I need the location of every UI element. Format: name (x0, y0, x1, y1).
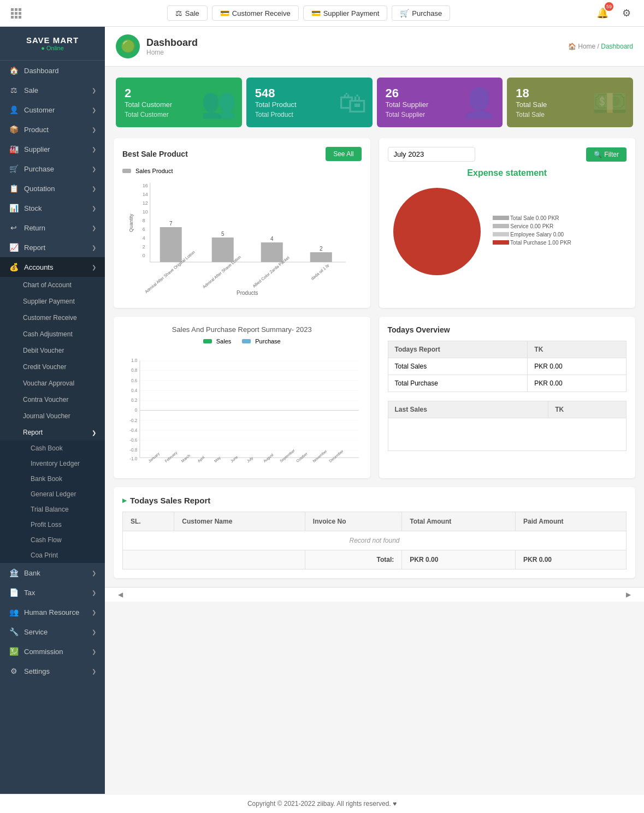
report-submenu: Cash Book Inventory Ledger Bank Book Gen… (0, 441, 105, 563)
bar-1 (160, 227, 182, 262)
bar-4 (310, 252, 332, 262)
sub-cash-flow[interactable]: Cash Flow (0, 532, 105, 548)
submenu-contra-voucher[interactable]: Contra Voucher (0, 391, 105, 408)
sidebar-item-settings[interactable]: ⚙ Settings ❯ (0, 661, 105, 681)
svg-text:8: 8 (143, 218, 145, 223)
sidebar-item-dashboard[interactable]: 🏠 Dashboard (0, 61, 105, 80)
last-sales-table: Last Sales TK (388, 401, 627, 451)
main-layout: SAVE MART Online 🏠 Dashboard ⚖ Sale ❯ 👤 (0, 27, 644, 794)
sidebar-item-report[interactable]: 📈 Report ❯ (0, 238, 105, 257)
sidebar-item-purchase[interactable]: 🛒 Purchase ❯ (0, 159, 105, 179)
report-icon: 📈 (9, 243, 19, 252)
total-row: Total: PKR 0.00 PKR 0.00 (123, 550, 627, 569)
svg-rect-24 (493, 232, 509, 236)
breadcrumb-home[interactable]: 🏠 Home (568, 43, 595, 50)
todays-overview-title: Todays Overview (388, 325, 627, 334)
supplier-payment-icon: 💳 (311, 9, 321, 17)
grid-icon[interactable] (9, 6, 23, 21)
legend-employee-salary: Employee Salary 0.00 (493, 232, 571, 238)
submenu-debit-voucher[interactable]: Debit Voucher (0, 342, 105, 359)
submenu-journal-voucher[interactable]: Journal Voucher (0, 408, 105, 424)
svg-text:2: 2 (320, 246, 323, 252)
svg-text:14: 14 (143, 192, 148, 197)
sidebar-item-supplier[interactable]: 🏭 Supplier ❯ (0, 139, 105, 159)
sidebar-item-commission[interactable]: 💹 Commission ❯ (0, 642, 105, 661)
svg-text:0.6: 0.6 (131, 378, 138, 383)
svg-text:February: February (164, 450, 179, 464)
see-all-button[interactable]: See All (326, 147, 361, 161)
sub-bank-book[interactable]: Bank Book (0, 471, 105, 486)
submenu-chart-of-account[interactable]: Chart of Account (0, 277, 105, 293)
overview-col-report: Todays Report (388, 341, 528, 358)
settings-icon[interactable]: ⚙ (618, 4, 635, 22)
breadcrumb: 🏠 Home / Dashboard (568, 43, 633, 50)
submenu-vouchar-approval[interactable]: Vouchar Approval (0, 375, 105, 391)
todays-sales-report-card: Todays Sales Report SL. Customer Name In… (114, 487, 635, 578)
sidebar-item-hr[interactable]: 👥 Human Resource ❯ (0, 602, 105, 622)
chevron-right-icon: ❯ (92, 146, 96, 152)
pie-legend: Total Sale 0.00 PKR Service 0.00 PKR Emp… (493, 215, 571, 248)
sidebar-item-quotation[interactable]: 📋 Quotation ❯ (0, 179, 105, 198)
submenu-report[interactable]: Report❯ (0, 424, 105, 441)
sub-profit-loss[interactable]: Profit Loss (0, 517, 105, 532)
expense-statement-card: 🔍 Filter Expense statement Total Sale 0.… (379, 138, 636, 308)
scroll-left-arrow[interactable]: ◀ (114, 590, 127, 600)
submenu-cash-adjustment[interactable]: Cash Adjustment (0, 326, 105, 342)
col-customer-name: Customer Name (174, 512, 305, 531)
month-filter-input[interactable] (388, 147, 475, 162)
svg-text:June: June (230, 455, 239, 463)
overview-col-tk: TK (528, 341, 627, 358)
paid-amount: PKR 0.00 (516, 550, 627, 569)
purchase-nav-button[interactable]: 🛒 Purchase (392, 5, 450, 21)
chevron-right-icon: ❯ (92, 609, 96, 615)
col-invoice-no: Invoice No (305, 512, 401, 531)
chevron-right-icon: ❯ (92, 245, 96, 251)
dashboard-row-2: Sales And Purchase Report Summary- 2023 … (105, 317, 644, 487)
submenu-credit-voucher[interactable]: Credit Voucher (0, 359, 105, 375)
sub-inventory-ledger[interactable]: Inventory Ledger (0, 456, 105, 471)
bar-2 (212, 238, 234, 262)
sidebar-item-tax[interactable]: 📄 Tax ❯ (0, 583, 105, 602)
scroll-right-arrow[interactable]: ▶ (622, 590, 635, 600)
customer-receive-icon: 💳 (220, 9, 229, 17)
chevron-right-icon: ❯ (92, 649, 96, 655)
submenu-customer-receive[interactable]: Customer Receive (0, 310, 105, 326)
stock-icon: 📊 (9, 204, 19, 212)
sub-general-ledger[interactable]: General Ledger (0, 486, 105, 502)
sidebar-item-sale[interactable]: ⚖ Sale ❯ (0, 80, 105, 100)
submenu-supplier-payment[interactable]: Supplier Payment (0, 293, 105, 310)
sidebar-item-customer[interactable]: 👤 Customer ❯ (0, 100, 105, 120)
sidebar-item-stock[interactable]: 📊 Stock ❯ (0, 198, 105, 218)
last-sales-header: Last Sales (388, 401, 548, 418)
sub-coa-print[interactable]: Coa Print (0, 548, 105, 563)
sidebar-item-product[interactable]: 📦 Product ❯ (0, 120, 105, 139)
svg-text:May: May (214, 455, 222, 464)
filter-button[interactable]: 🔍 Filter (586, 147, 627, 162)
svg-text:March: March (180, 453, 191, 463)
sidebar-item-service[interactable]: 🔧 Service ❯ (0, 622, 105, 642)
overview-row-sales: Total Sales PKR 0.00 (388, 358, 627, 375)
svg-text:12: 12 (143, 200, 148, 206)
customer-bg-icon: 👥 (201, 86, 237, 119)
chevron-right-icon: ❯ (92, 225, 96, 231)
overview-total-purchase-label: Total Purchase (388, 375, 528, 392)
total-label: Total: (305, 550, 401, 569)
pie-chart-svg (388, 182, 486, 281)
sidebar-item-bank[interactable]: 🏦 Bank ❯ (0, 563, 105, 583)
tax-icon: 📄 (9, 588, 19, 597)
sub-trial-balance[interactable]: Trial Balance (0, 502, 105, 517)
sidebar-item-return[interactable]: ↩ Return ❯ (0, 218, 105, 238)
svg-text:10: 10 (143, 209, 148, 215)
sidebar-item-accounts[interactable]: 💰 Accounts ❯ (0, 257, 105, 277)
notification-wrap[interactable]: 🔔 59 (594, 4, 611, 22)
svg-text:4: 4 (143, 235, 145, 241)
svg-text:Products: Products (237, 290, 258, 296)
supplier-payment-button[interactable]: 💳 Supplier Payment (303, 5, 388, 21)
top-nav: ⚖ Sale 💳 Customer Receive 💳 Supplier Pay… (0, 0, 644, 27)
customer-receive-button[interactable]: 💳 Customer Receive (212, 5, 299, 21)
sub-cash-book[interactable]: Cash Book (0, 441, 105, 456)
stat-card-supplier: 26 Total Supplier Total Supplier 👤 (377, 78, 503, 127)
sales-report-table: SL. Customer Name Invoice No Total Amoun… (122, 512, 627, 569)
sale-nav-button[interactable]: ⚖ Sale (167, 5, 208, 21)
chevron-right-icon: ❯ (92, 629, 96, 635)
